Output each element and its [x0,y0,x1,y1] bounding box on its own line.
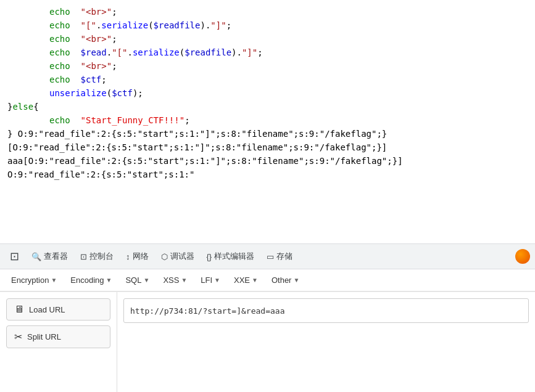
inspector-icon-btn[interactable]: ⊡ [5,247,24,266]
keyword: echo [49,5,70,18]
xxe-label: XXE [234,276,250,285]
xss-arrow: ▼ [181,277,187,284]
firefox-menu-btn[interactable] [515,249,530,264]
xss-label: XSS [163,276,179,285]
debugger-label: 调试器 [170,251,194,262]
hackbar-menu: Encryption ▼ Encoding ▼ SQL ▼ XSS ▼ LFI … [0,269,535,292]
url-input[interactable] [123,298,529,323]
encoding-menu[interactable]: Encoding ▼ [64,273,118,287]
other-label: Other [272,276,292,285]
network-tab[interactable]: ↕ 网络 [121,248,154,264]
load-url-button[interactable]: 🖥 Load URL [6,298,110,321]
sql-arrow: ▼ [143,277,149,284]
network-label: 网络 [133,251,149,262]
split-url-label: Split URL [27,332,61,341]
style-editor-tab[interactable]: {} 样式编辑器 [202,248,260,264]
style-editor-label: 样式编辑器 [214,251,254,262]
devtools-toolbar: ⊡ 🔍 查看器 ⊡ 控制台 ↕ 网络 ⬡ 调试器 {} 样式编辑器 ▭ 存储 [0,243,535,269]
style-editor-icon: {} [207,252,212,261]
storage-tab[interactable]: ▭ 存储 [262,248,297,264]
code-line: aaa[O:9:"read_file":2:{s:5:"start";s:1:"… [0,154,535,168]
encryption-label: Encryption [11,276,49,285]
code-display: echo "<br>" ; echo "[" . serialize ( $re… [0,0,535,243]
viewer-label: 查看器 [44,251,68,262]
encoding-label: Encoding [70,276,104,285]
encryption-menu[interactable]: Encryption ▼ [5,273,63,287]
code-line: echo $read . "[" . serialize ( $readfile… [0,46,535,59]
console-tab[interactable]: ⊡ 控制台 [75,248,118,264]
code-line: echo "<br>" ; [0,59,535,73]
other-menu[interactable]: Other ▼ [265,273,305,287]
debugger-icon: ⬡ [161,252,168,261]
sql-label: SQL [125,276,141,285]
url-area: 🖥 Load URL ✂ Split URL [0,292,535,392]
load-url-icon: 🖥 [14,304,24,315]
code-line: echo $ctf ; [0,73,535,86]
code-line: [O:9:"read_file":2:{s:5:"start";s:1:"]";… [0,141,535,154]
lfi-label: LFI [201,276,212,285]
code-line: } O:9:"read_file":2:{s:5:"start";s:1:"]"… [0,127,535,141]
code-line: O:9:"read_file":2:{s:5:"start";s:1:" [0,168,535,181]
sql-menu[interactable]: SQL ▼ [119,273,156,287]
debugger-tab[interactable]: ⬡ 调试器 [156,248,199,264]
network-icon: ↕ [126,252,130,261]
xxe-menu[interactable]: XXE ▼ [228,273,264,287]
other-arrow: ▼ [293,277,299,284]
code-line: } else { [0,100,535,113]
code-line: echo "<br>" ; [0,32,535,46]
url-actions-panel: 🖥 Load URL ✂ Split URL [0,292,117,392]
encryption-arrow: ▼ [51,277,57,284]
code-line: echo "[" . serialize ( $readfile ). "]" … [0,18,535,32]
url-input-container [117,292,535,392]
console-icon: ⊡ [80,252,87,261]
inspector-icon: ⊡ [10,250,19,263]
lfi-arrow: ▼ [214,277,220,284]
code-line: echo "Start_Funny_CTF!!!" ; [0,113,535,127]
code-line: echo "<br>" ; [0,5,535,18]
encoding-arrow: ▼ [106,277,112,284]
split-url-button[interactable]: ✂ Split URL [6,325,110,348]
storage-label: 存储 [276,251,292,262]
split-url-icon: ✂ [14,331,22,343]
storage-icon: ▭ [267,252,274,261]
console-label: 控制台 [89,251,114,262]
viewer-icon: 🔍 [31,252,41,261]
load-url-label: Load URL [29,305,65,314]
lfi-menu[interactable]: LFI ▼ [194,273,226,287]
xss-menu[interactable]: XSS ▼ [157,273,193,287]
code-line: unserialize ( $ctf ); [0,86,535,100]
xxe-arrow: ▼ [252,277,258,284]
viewer-tab[interactable]: 🔍 查看器 [27,248,73,264]
